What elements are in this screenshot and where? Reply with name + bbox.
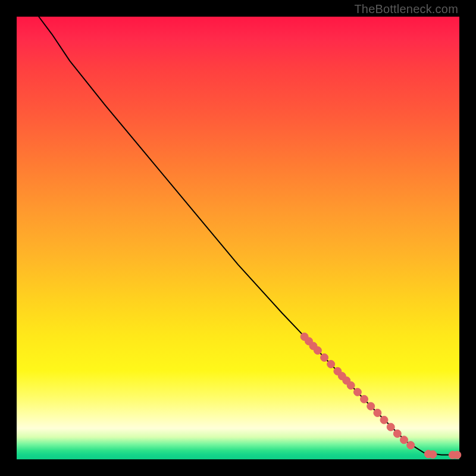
data-point xyxy=(314,347,321,355)
bottleneck-curve xyxy=(39,17,459,455)
chart-svg xyxy=(17,17,459,459)
data-point xyxy=(321,353,328,361)
chart-frame: TheBottleneck.com xyxy=(0,0,476,476)
data-markers xyxy=(300,333,461,459)
data-point xyxy=(353,388,361,396)
data-point xyxy=(393,430,401,437)
data-point xyxy=(347,381,355,389)
data-point xyxy=(429,450,437,458)
data-point xyxy=(367,402,375,410)
data-point xyxy=(453,451,461,459)
plot-area xyxy=(17,17,459,459)
data-point xyxy=(361,395,368,403)
data-point xyxy=(374,409,381,416)
data-point xyxy=(407,441,415,449)
data-point xyxy=(327,361,335,368)
data-point xyxy=(387,423,394,431)
data-point xyxy=(400,436,408,444)
data-point xyxy=(380,416,388,424)
watermark-text: TheBottleneck.com xyxy=(354,2,458,16)
